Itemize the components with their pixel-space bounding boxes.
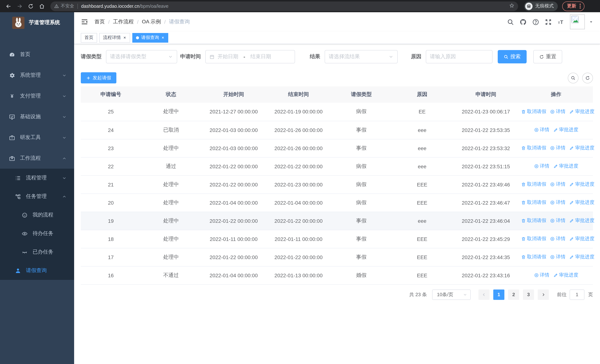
- page-button-3[interactable]: 3: [523, 289, 534, 300]
- fullscreen-icon[interactable]: [545, 18, 552, 25]
- detail-action-link[interactable]: 详情: [534, 127, 549, 133]
- search-button[interactable]: 搜索: [498, 50, 527, 63]
- tab-label: 请假查询: [141, 35, 159, 41]
- sidebar-item-my-process[interactable]: 我的流程: [0, 206, 74, 224]
- range-separator: -: [244, 54, 245, 60]
- progress-action-link[interactable]: 审批进度: [569, 181, 594, 188]
- cell-type: 婚假: [331, 266, 392, 284]
- cancel-action-link[interactable]: 取消请假: [521, 199, 546, 206]
- refresh-table-button[interactable]: [582, 73, 593, 83]
- close-icon[interactable]: [123, 36, 126, 39]
- detail-action-link[interactable]: 详情: [534, 163, 549, 169]
- security-warning[interactable]: 不安全: [54, 3, 74, 9]
- sidebar-item-todo-task[interactable]: 待办任务: [0, 224, 74, 243]
- help-icon[interactable]: [532, 18, 539, 25]
- breadcrumb-item[interactable]: 工作流程: [113, 19, 134, 25]
- progress-action-link[interactable]: 审批进度: [553, 272, 578, 279]
- browser-menu-icon[interactable]: [580, 4, 581, 9]
- font-size-icon[interactable]: TT: [557, 18, 564, 25]
- sidebar-item-home[interactable]: 首页: [0, 44, 74, 65]
- sidebar-item-dev-tools[interactable]: 研发工具: [0, 127, 74, 148]
- progress-action-link[interactable]: 审批进度: [569, 108, 594, 115]
- toggle-search-button[interactable]: [568, 73, 579, 83]
- breadcrumb-item[interactable]: OA 示例: [142, 19, 161, 25]
- cancel-action-link[interactable]: 取消请假: [521, 235, 546, 242]
- detail-action-link[interactable]: 详情: [550, 254, 565, 260]
- detail-action-link[interactable]: 详情: [534, 272, 549, 279]
- home-icon[interactable]: [37, 1, 47, 11]
- breadcrumb-item[interactable]: 首页: [94, 19, 105, 25]
- next-page-button[interactable]: [538, 289, 549, 300]
- content: 请假类型 请选择请假类型 申请时间 开始日期 - 结束日期 结果 请选择流结果: [74, 44, 600, 364]
- cell-actions: 详情审批进度: [519, 266, 593, 284]
- logo-image: [12, 17, 24, 29]
- progress-action-link[interactable]: 审批进度: [569, 199, 594, 206]
- progress-action-link[interactable]: 审批进度: [569, 235, 594, 242]
- reason-input[interactable]: 请输入原因: [426, 50, 493, 63]
- tab-请假查询[interactable]: 请假查询: [132, 33, 168, 42]
- cell-id: 23: [81, 139, 141, 157]
- cancel-action-link[interactable]: 取消请假: [521, 145, 546, 151]
- back-icon[interactable]: [4, 1, 13, 11]
- tab-首页[interactable]: 首页: [81, 33, 97, 42]
- collapse-sidebar-icon[interactable]: [81, 18, 88, 26]
- tab-label: 流程详情: [103, 35, 121, 41]
- detail-action-link[interactable]: 详情: [550, 217, 565, 224]
- progress-action-label: 审批进度: [575, 235, 594, 242]
- reload-icon[interactable]: [26, 1, 36, 11]
- page-button-1[interactable]: 1: [493, 289, 504, 300]
- close-icon[interactable]: [161, 36, 165, 39]
- detail-action-link[interactable]: 详情: [550, 181, 565, 188]
- forward-icon[interactable]: [15, 1, 24, 11]
- cell-start: 2022-01-22 00:00:00: [201, 175, 266, 194]
- page-button-2[interactable]: 2: [508, 289, 519, 300]
- breadcrumb-separator: /: [108, 19, 110, 25]
- cancel-action-link[interactable]: 取消请假: [521, 181, 546, 188]
- sidebar-item-system[interactable]: 系统管理: [0, 65, 74, 86]
- sidebar-item-workflow[interactable]: 工作流程: [0, 148, 74, 169]
- detail-action-label: 详情: [556, 108, 565, 115]
- leave-type-select[interactable]: 请选择请假类型: [106, 50, 177, 63]
- table-row: 25处理中2021-12-27 00:00:002022-01-19 00:00…: [81, 103, 593, 121]
- create-leave-button[interactable]: 发起请假: [81, 72, 116, 84]
- apply-time-range-picker[interactable]: 开始日期 - 结束日期: [205, 50, 295, 63]
- cell-type: 事假: [331, 139, 392, 157]
- cancel-action-label: 取消请假: [527, 254, 546, 260]
- goto-page-input[interactable]: [570, 289, 584, 300]
- address-bar[interactable]: 不安全 dashboard.yudao.iocoder.cn/bpm/oa/le…: [50, 1, 518, 11]
- browser-update-button[interactable]: 更新: [562, 1, 584, 11]
- caret-down-icon[interactable]: [589, 20, 593, 24]
- sidebar-item-done-task[interactable]: 已办任务: [0, 243, 74, 261]
- page-size-select[interactable]: 10条/页: [432, 289, 471, 300]
- sidebar-item-process-mgmt[interactable]: 流程管理: [0, 169, 74, 187]
- progress-action-link[interactable]: 审批进度: [569, 217, 594, 224]
- cancel-action-link[interactable]: 取消请假: [521, 217, 546, 224]
- detail-action-link[interactable]: 详情: [550, 235, 565, 242]
- bookmark-star-icon[interactable]: [509, 3, 514, 9]
- cancel-action-label: 取消请假: [527, 235, 546, 242]
- detail-action-link[interactable]: 详情: [550, 145, 565, 151]
- sidebar-item-infrastructure[interactable]: 基础设施: [0, 106, 74, 127]
- detail-action-link[interactable]: 详情: [550, 108, 565, 115]
- cancel-action-link[interactable]: 取消请假: [521, 108, 546, 115]
- search-icon[interactable]: [507, 18, 514, 25]
- progress-action-link[interactable]: 审批进度: [569, 145, 594, 151]
- sidebar-item-label: 待办任务: [33, 230, 53, 237]
- avatar[interactable]: [570, 14, 585, 29]
- tab-流程详情[interactable]: 流程详情: [99, 33, 130, 42]
- progress-action-link[interactable]: 审批进度: [553, 127, 578, 133]
- detail-action-link[interactable]: 详情: [550, 199, 565, 206]
- github-icon[interactable]: [520, 18, 527, 25]
- result-select[interactable]: 请选择流结果: [325, 50, 398, 63]
- security-label: 不安全: [61, 3, 74, 9]
- cancel-action-link[interactable]: 取消请假: [521, 254, 546, 260]
- cell-actions: 取消请假详情审批进度: [519, 103, 593, 121]
- reset-button[interactable]: 重置: [533, 50, 562, 63]
- prev-page-button[interactable]: [478, 289, 489, 300]
- sidebar-item-payment[interactable]: ¥支付管理: [0, 86, 74, 106]
- sidebar-item-task-mgmt[interactable]: 任务管理: [0, 187, 74, 206]
- column-header: 状态: [141, 86, 201, 103]
- sidebar-item-leave-query[interactable]: 请假查询: [0, 261, 74, 280]
- progress-action-link[interactable]: 审批进度: [569, 254, 594, 260]
- progress-action-link[interactable]: 审批进度: [553, 163, 578, 169]
